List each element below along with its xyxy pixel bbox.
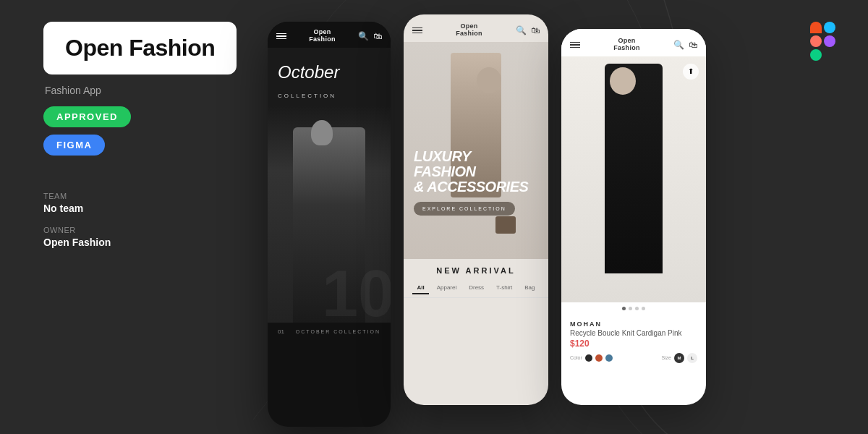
team-value: No team	[43, 203, 260, 214]
dot-4	[642, 307, 645, 310]
phone3-brand-text: OpenFashion	[613, 38, 640, 52]
phone2-tab-tshirt[interactable]: T-shirt	[492, 282, 516, 294]
phone3-image-dots	[561, 302, 706, 315]
owner-label: OWNER	[43, 226, 260, 234]
swatch-blue[interactable]	[605, 354, 613, 362]
app-category: Fashion App	[45, 85, 260, 96]
phone3-hamburger-line-1	[570, 42, 580, 43]
dot-2	[629, 307, 632, 310]
phone2-tab-apparel[interactable]: Apparel	[433, 282, 461, 294]
phone2-nav: OpenFashion 🔍 🛍	[404, 14, 548, 42]
phone2-hamburger-line-3	[412, 33, 422, 34]
phone2-new-arrival: NEW ARRIVAL	[404, 259, 548, 279]
phone2-hamburger-icon	[412, 27, 422, 34]
phone3-nav-icons: 🔍 🛍	[673, 40, 697, 50]
phone1-brand-logo: OpenFashion	[309, 29, 336, 43]
swatch-red[interactable]	[595, 354, 603, 362]
phone3-share-icon[interactable]: ⬆	[683, 64, 699, 80]
phone2-luxury-text: LUXURYFASHION& ACCESSORIES	[414, 149, 538, 195]
phone1-nav: OpenFashion 🔍 🛍	[268, 22, 391, 48]
badge-approved[interactable]: APPROVED	[43, 106, 131, 127]
phone1-hero: October COLLECTION 10	[268, 48, 391, 323]
dot-1	[622, 307, 626, 310]
phone2-hamburger-line-1	[412, 27, 422, 29]
phone3-price: $120	[570, 339, 697, 349]
team-label: TEAM	[43, 192, 260, 200]
title-box: Open Fashion	[43, 22, 237, 75]
size-label: Size	[661, 355, 671, 360]
phone2-brand-text: OpenFashion	[456, 23, 482, 38]
owner-value: Open Fashion	[43, 237, 260, 248]
phone1-footer: 01 OCTOBER COLLECTION	[268, 323, 391, 341]
phone1-figure: 10	[268, 106, 391, 323]
meta-section: TEAM No team OWNER Open Fashion	[43, 192, 260, 248]
size-l[interactable]: L	[687, 353, 697, 363]
phone2-cart-icon: 🛍	[531, 25, 540, 35]
dot-3	[635, 307, 639, 310]
phone3-brand-name: MOHAN	[570, 320, 697, 328]
phone2-tab-dress[interactable]: Dress	[464, 282, 488, 294]
size-m-selected[interactable]: M	[674, 353, 684, 363]
phone3-color-swatches	[585, 354, 613, 362]
phone1-footer-label: OCTOBER COLLECTION	[296, 329, 380, 334]
phone2-tab-all[interactable]: All	[412, 282, 428, 294]
phone3-search-icon: 🔍	[673, 40, 684, 50]
phone1-nav-icons: 🔍 🛍	[358, 31, 382, 41]
phone3-product-image: ⬆	[561, 56, 706, 302]
phone2-search-icon: 🔍	[516, 25, 527, 35]
phone-3-mockup: OpenFashion 🔍 🛍 ⬆ MOHAN Recycle Boucle	[561, 29, 706, 405]
phone2-hamburger-line-2	[412, 30, 422, 31]
phone3-hamburger-line-3	[570, 47, 580, 48]
left-panel: Open Fashion Fashion App APPROVED FIGMA …	[43, 22, 260, 260]
phone3-hamburger-icon	[570, 42, 580, 48]
phone3-nav: OpenFashion 🔍 🛍	[561, 29, 706, 56]
color-label: Color	[570, 355, 582, 360]
phone2-nav-icons: 🔍 🛍	[516, 25, 540, 35]
phone1-footer-num: 01	[278, 328, 284, 335]
hamburger-line-1	[276, 33, 286, 35]
phone3-product-name: Recycle Boucle Knit Cardigan Pink	[570, 329, 697, 337]
phone3-colors-row: Color Size M L	[570, 353, 697, 363]
badge-figma[interactable]: FIGMA	[43, 135, 105, 156]
hamburger-line-2	[276, 35, 286, 37]
hamburger-line-3	[276, 38, 286, 40]
phone1-cart-icon: 🛍	[373, 31, 382, 41]
phone3-hamburger-line-2	[570, 44, 580, 46]
phone2-tabs: All Apparel Dress T-shirt Bag	[404, 279, 548, 298]
phone1-hero-subtitle: COLLECTION	[278, 93, 336, 99]
phone2-brand-logo: OpenFashion	[456, 23, 482, 38]
phone1-hero-title: October	[278, 62, 339, 83]
phone-1-mockup: OpenFashion 🔍 🛍 October COLLECTION	[268, 22, 391, 427]
phone1-search-icon: 🔍	[358, 31, 369, 41]
phone3-cart-icon: 🛍	[689, 40, 697, 50]
phone3-product-info: MOHAN Recycle Boucle Knit Cardigan Pink …	[561, 315, 706, 369]
phone2-tab-bag[interactable]: Bag	[520, 282, 539, 294]
phone1-hamburger-icon	[276, 33, 286, 40]
phone2-explore-btn[interactable]: EXPLORE COLLECTION	[414, 202, 515, 216]
phone3-brand-logo: OpenFashion	[613, 38, 640, 52]
phone1-brand-text: OpenFashion	[309, 29, 336, 43]
app-title: Open Fashion	[65, 35, 215, 61]
phone1-big-number: 10	[322, 261, 391, 323]
phone2-hero: LUXURYFASHION& ACCESSORIES EXPLORE COLLE…	[404, 42, 548, 259]
phone3-sizes: M L	[674, 353, 697, 363]
swatch-black[interactable]	[585, 354, 592, 362]
phones-container: OpenFashion 🔍 🛍 October COLLECTION	[268, 7, 832, 427]
phone2-hero-text: LUXURYFASHION& ACCESSORIES EXPLORE COLLE…	[414, 149, 538, 216]
phone-2-mockup: OpenFashion 🔍 🛍 LUXURYFASHION& ACCESSORI…	[404, 14, 548, 405]
